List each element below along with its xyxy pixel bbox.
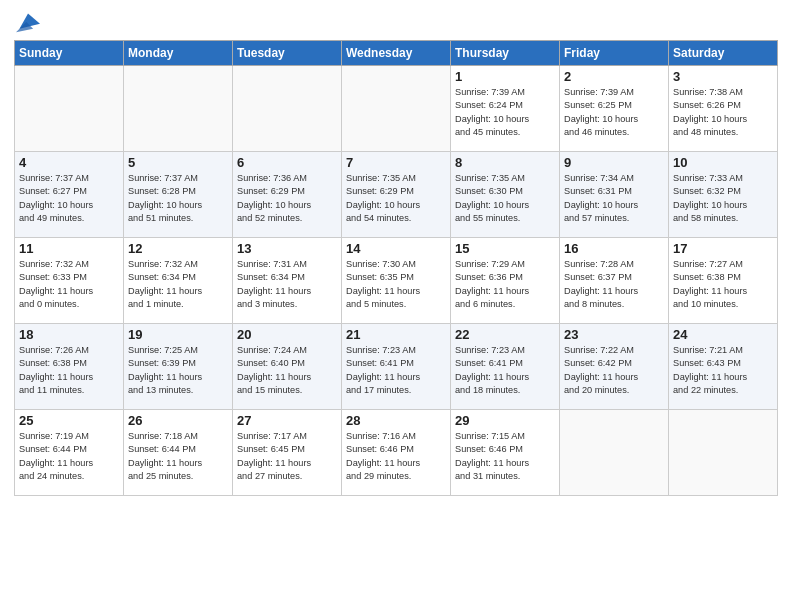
calendar-cell: 14Sunrise: 7:30 AM Sunset: 6:35 PM Dayli… — [342, 238, 451, 324]
calendar-cell — [124, 66, 233, 152]
day-number: 4 — [19, 155, 119, 170]
week-row-4: 18Sunrise: 7:26 AM Sunset: 6:38 PM Dayli… — [15, 324, 778, 410]
calendar-table: SundayMondayTuesdayWednesdayThursdayFrid… — [14, 40, 778, 496]
week-row-1: 1Sunrise: 7:39 AM Sunset: 6:24 PM Daylig… — [15, 66, 778, 152]
day-number: 12 — [128, 241, 228, 256]
day-info: Sunrise: 7:38 AM Sunset: 6:26 PM Dayligh… — [673, 86, 773, 139]
calendar-cell: 16Sunrise: 7:28 AM Sunset: 6:37 PM Dayli… — [560, 238, 669, 324]
calendar-cell: 5Sunrise: 7:37 AM Sunset: 6:28 PM Daylig… — [124, 152, 233, 238]
calendar-cell: 4Sunrise: 7:37 AM Sunset: 6:27 PM Daylig… — [15, 152, 124, 238]
day-number: 3 — [673, 69, 773, 84]
calendar-cell — [669, 410, 778, 496]
day-number: 6 — [237, 155, 337, 170]
weekday-thursday: Thursday — [451, 41, 560, 66]
day-info: Sunrise: 7:23 AM Sunset: 6:41 PM Dayligh… — [455, 344, 555, 397]
day-number: 28 — [346, 413, 446, 428]
calendar-cell: 27Sunrise: 7:17 AM Sunset: 6:45 PM Dayli… — [233, 410, 342, 496]
day-number: 29 — [455, 413, 555, 428]
logo — [14, 10, 40, 34]
day-info: Sunrise: 7:16 AM Sunset: 6:46 PM Dayligh… — [346, 430, 446, 483]
weekday-saturday: Saturday — [669, 41, 778, 66]
day-info: Sunrise: 7:19 AM Sunset: 6:44 PM Dayligh… — [19, 430, 119, 483]
calendar-cell: 3Sunrise: 7:38 AM Sunset: 6:26 PM Daylig… — [669, 66, 778, 152]
day-info: Sunrise: 7:32 AM Sunset: 6:33 PM Dayligh… — [19, 258, 119, 311]
day-info: Sunrise: 7:33 AM Sunset: 6:32 PM Dayligh… — [673, 172, 773, 225]
calendar-cell: 10Sunrise: 7:33 AM Sunset: 6:32 PM Dayli… — [669, 152, 778, 238]
day-number: 15 — [455, 241, 555, 256]
calendar-cell: 8Sunrise: 7:35 AM Sunset: 6:30 PM Daylig… — [451, 152, 560, 238]
day-info: Sunrise: 7:15 AM Sunset: 6:46 PM Dayligh… — [455, 430, 555, 483]
day-info: Sunrise: 7:35 AM Sunset: 6:30 PM Dayligh… — [455, 172, 555, 225]
day-info: Sunrise: 7:39 AM Sunset: 6:25 PM Dayligh… — [564, 86, 664, 139]
calendar-cell: 15Sunrise: 7:29 AM Sunset: 6:36 PM Dayli… — [451, 238, 560, 324]
weekday-monday: Monday — [124, 41, 233, 66]
day-number: 7 — [346, 155, 446, 170]
day-number: 24 — [673, 327, 773, 342]
calendar-cell: 6Sunrise: 7:36 AM Sunset: 6:29 PM Daylig… — [233, 152, 342, 238]
day-number: 13 — [237, 241, 337, 256]
day-number: 10 — [673, 155, 773, 170]
weekday-header-row: SundayMondayTuesdayWednesdayThursdayFrid… — [15, 41, 778, 66]
calendar-cell: 17Sunrise: 7:27 AM Sunset: 6:38 PM Dayli… — [669, 238, 778, 324]
calendar-cell — [233, 66, 342, 152]
day-info: Sunrise: 7:34 AM Sunset: 6:31 PM Dayligh… — [564, 172, 664, 225]
day-info: Sunrise: 7:37 AM Sunset: 6:27 PM Dayligh… — [19, 172, 119, 225]
calendar-cell: 2Sunrise: 7:39 AM Sunset: 6:25 PM Daylig… — [560, 66, 669, 152]
page: SundayMondayTuesdayWednesdayThursdayFrid… — [0, 0, 792, 612]
day-info: Sunrise: 7:31 AM Sunset: 6:34 PM Dayligh… — [237, 258, 337, 311]
calendar-cell: 20Sunrise: 7:24 AM Sunset: 6:40 PM Dayli… — [233, 324, 342, 410]
calendar-cell: 29Sunrise: 7:15 AM Sunset: 6:46 PM Dayli… — [451, 410, 560, 496]
day-info: Sunrise: 7:27 AM Sunset: 6:38 PM Dayligh… — [673, 258, 773, 311]
day-number: 27 — [237, 413, 337, 428]
week-row-2: 4Sunrise: 7:37 AM Sunset: 6:27 PM Daylig… — [15, 152, 778, 238]
day-number: 18 — [19, 327, 119, 342]
day-info: Sunrise: 7:28 AM Sunset: 6:37 PM Dayligh… — [564, 258, 664, 311]
day-info: Sunrise: 7:30 AM Sunset: 6:35 PM Dayligh… — [346, 258, 446, 311]
day-number: 23 — [564, 327, 664, 342]
day-info: Sunrise: 7:36 AM Sunset: 6:29 PM Dayligh… — [237, 172, 337, 225]
day-info: Sunrise: 7:23 AM Sunset: 6:41 PM Dayligh… — [346, 344, 446, 397]
day-number: 20 — [237, 327, 337, 342]
calendar-cell: 9Sunrise: 7:34 AM Sunset: 6:31 PM Daylig… — [560, 152, 669, 238]
weekday-wednesday: Wednesday — [342, 41, 451, 66]
calendar-cell: 7Sunrise: 7:35 AM Sunset: 6:29 PM Daylig… — [342, 152, 451, 238]
day-number: 14 — [346, 241, 446, 256]
calendar-cell — [560, 410, 669, 496]
day-number: 11 — [19, 241, 119, 256]
calendar-cell: 28Sunrise: 7:16 AM Sunset: 6:46 PM Dayli… — [342, 410, 451, 496]
day-number: 2 — [564, 69, 664, 84]
calendar-cell: 24Sunrise: 7:21 AM Sunset: 6:43 PM Dayli… — [669, 324, 778, 410]
day-info: Sunrise: 7:22 AM Sunset: 6:42 PM Dayligh… — [564, 344, 664, 397]
day-number: 9 — [564, 155, 664, 170]
day-number: 5 — [128, 155, 228, 170]
day-info: Sunrise: 7:26 AM Sunset: 6:38 PM Dayligh… — [19, 344, 119, 397]
calendar-cell: 22Sunrise: 7:23 AM Sunset: 6:41 PM Dayli… — [451, 324, 560, 410]
calendar-cell: 26Sunrise: 7:18 AM Sunset: 6:44 PM Dayli… — [124, 410, 233, 496]
day-number: 17 — [673, 241, 773, 256]
day-number: 19 — [128, 327, 228, 342]
day-number: 16 — [564, 241, 664, 256]
day-number: 25 — [19, 413, 119, 428]
calendar-cell: 23Sunrise: 7:22 AM Sunset: 6:42 PM Dayli… — [560, 324, 669, 410]
weekday-friday: Friday — [560, 41, 669, 66]
day-info: Sunrise: 7:39 AM Sunset: 6:24 PM Dayligh… — [455, 86, 555, 139]
day-number: 1 — [455, 69, 555, 84]
calendar-cell: 25Sunrise: 7:19 AM Sunset: 6:44 PM Dayli… — [15, 410, 124, 496]
day-number: 22 — [455, 327, 555, 342]
weekday-sunday: Sunday — [15, 41, 124, 66]
day-info: Sunrise: 7:35 AM Sunset: 6:29 PM Dayligh… — [346, 172, 446, 225]
calendar-cell: 1Sunrise: 7:39 AM Sunset: 6:24 PM Daylig… — [451, 66, 560, 152]
logo-icon — [16, 10, 40, 34]
weekday-tuesday: Tuesday — [233, 41, 342, 66]
day-info: Sunrise: 7:21 AM Sunset: 6:43 PM Dayligh… — [673, 344, 773, 397]
calendar-cell: 19Sunrise: 7:25 AM Sunset: 6:39 PM Dayli… — [124, 324, 233, 410]
day-number: 21 — [346, 327, 446, 342]
calendar-cell: 13Sunrise: 7:31 AM Sunset: 6:34 PM Dayli… — [233, 238, 342, 324]
week-row-3: 11Sunrise: 7:32 AM Sunset: 6:33 PM Dayli… — [15, 238, 778, 324]
week-row-5: 25Sunrise: 7:19 AM Sunset: 6:44 PM Dayli… — [15, 410, 778, 496]
day-number: 8 — [455, 155, 555, 170]
day-info: Sunrise: 7:25 AM Sunset: 6:39 PM Dayligh… — [128, 344, 228, 397]
calendar-cell: 12Sunrise: 7:32 AM Sunset: 6:34 PM Dayli… — [124, 238, 233, 324]
calendar-cell — [342, 66, 451, 152]
calendar-cell: 18Sunrise: 7:26 AM Sunset: 6:38 PM Dayli… — [15, 324, 124, 410]
